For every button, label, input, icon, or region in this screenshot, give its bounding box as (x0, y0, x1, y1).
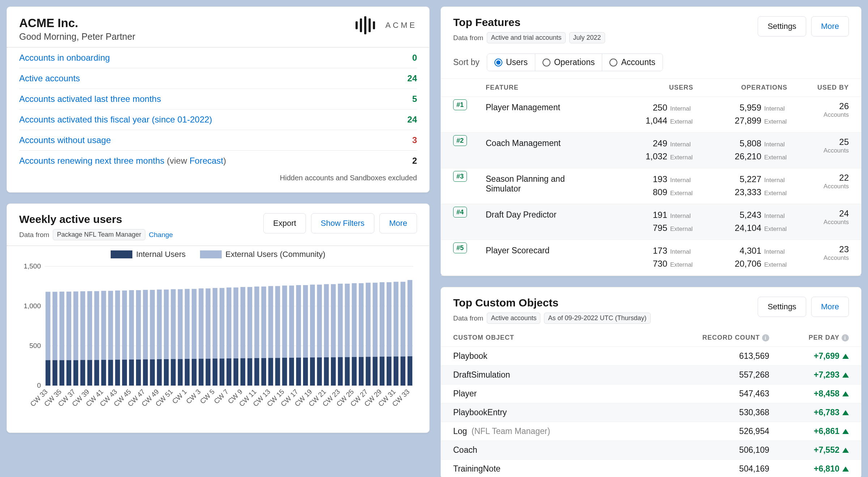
object-row[interactable]: Player 547,463 +8,458 (441, 384, 861, 403)
more-button[interactable]: More (379, 213, 417, 233)
feature-row[interactable]: #4 Draft Day Predictor 191Internal 795Ex… (441, 204, 861, 240)
object-row[interactable]: Playbook 613,569 +7,699 (441, 347, 861, 366)
record-count: 526,954 (661, 426, 769, 436)
top-features-body: #1 Player Management 250Internal 1,044Ex… (441, 97, 861, 276)
rank-badge: #5 (453, 242, 467, 253)
col-per-day: PER DAYi (769, 334, 849, 341)
svg-rect-113 (324, 284, 329, 357)
feature-name: Season Planning and Simulator (486, 173, 599, 194)
svg-text:1,000: 1,000 (24, 302, 41, 310)
svg-rect-96 (275, 286, 280, 358)
object-name: Player (453, 389, 661, 399)
svg-rect-84 (241, 358, 245, 386)
top-custom-objects-card: Top Custom Objects Data from Active acco… (441, 287, 861, 477)
feature-row[interactable]: #3 Season Planning and Simulator 193Inte… (441, 168, 861, 204)
legend-external-label: External Users (Community) (225, 250, 325, 259)
feature-row[interactable]: #2 Coach Management 249Internal 1,032Ext… (441, 133, 861, 168)
forecast-link[interactable]: Forecast (190, 156, 223, 166)
sort-option-users[interactable]: Users (487, 54, 535, 71)
kpi-link[interactable]: Accounts without usage (19, 135, 111, 145)
svg-rect-77 (220, 358, 224, 386)
kpi-link[interactable]: Accounts in onboarding (19, 53, 110, 63)
legend-swatch-external (200, 250, 222, 258)
svg-rect-17 (52, 360, 57, 386)
svg-rect-64 (185, 359, 190, 386)
svg-text:CW 3: CW 3 (184, 388, 202, 405)
svg-rect-16 (52, 292, 57, 360)
object-row[interactable]: TrainingNote 504,169 +6,810 (441, 460, 861, 477)
kpi-row: Accounts renewing next three months (vie… (19, 150, 417, 171)
package-chip: Package NFL Team Manager (53, 229, 145, 240)
svg-rect-131 (373, 283, 377, 357)
kpi-link[interactable]: Accounts activated this fiscal year (sin… (19, 115, 212, 124)
svg-rect-47 (136, 360, 141, 386)
top-features-title: Top Features (453, 16, 605, 29)
svg-rect-128 (366, 283, 370, 357)
svg-rect-68 (199, 288, 203, 358)
svg-rect-63 (185, 289, 190, 359)
svg-rect-62 (178, 359, 183, 386)
kpi-value: 5 (412, 94, 417, 104)
svg-rect-18 (59, 292, 64, 360)
svg-rect-49 (143, 359, 148, 386)
sort-option-operations[interactable]: Operations (535, 54, 603, 71)
record-count: 530,368 (661, 408, 769, 417)
svg-rect-36 (108, 291, 113, 360)
feature-row[interactable]: #5 Player Scorecard 173Internal 730Exter… (441, 240, 861, 276)
object-row[interactable]: Coach 506,109 +7,552 (441, 441, 861, 460)
svg-rect-14 (46, 360, 50, 386)
object-row[interactable]: Log (NFL Team Manager) 526,954 +6,861 (441, 422, 861, 441)
sort-option-accounts[interactable]: Accounts (602, 54, 663, 71)
data-from-label: Data from (453, 314, 483, 322)
object-name: PlaybookEntry (453, 408, 661, 417)
change-link[interactable]: Change (149, 231, 173, 239)
svg-rect-39 (115, 360, 120, 386)
kpi-row: Accounts activated this fiscal year (sin… (19, 109, 417, 130)
svg-rect-132 (373, 357, 377, 386)
more-button[interactable]: More (811, 297, 849, 317)
svg-rect-72 (206, 359, 210, 386)
object-row[interactable]: PlaybookEntry 530,368 +6,783 (441, 403, 861, 422)
svg-rect-86 (247, 287, 252, 358)
up-arrow-icon (842, 467, 849, 472)
svg-rect-78 (226, 288, 231, 358)
object-row[interactable]: DraftSimulation 557,268 +7,293 (441, 366, 861, 384)
export-button[interactable]: Export (263, 213, 306, 233)
kpi-link[interactable]: Accounts renewing next three months (19, 156, 165, 166)
info-icon[interactable]: i (762, 334, 769, 341)
svg-rect-69 (199, 359, 203, 386)
up-arrow-icon (842, 448, 849, 453)
record-count: 557,268 (661, 370, 769, 380)
svg-rect-28 (87, 291, 92, 360)
used-by-col: 24Accounts (787, 209, 849, 226)
svg-rect-38 (115, 291, 120, 360)
settings-button[interactable]: Settings (758, 297, 806, 317)
company-logo: ACME (355, 16, 417, 34)
svg-rect-133 (380, 282, 384, 357)
kpi-link[interactable]: Accounts activated last three months (19, 94, 161, 104)
svg-rect-138 (393, 282, 398, 357)
svg-text:CW 1: CW 1 (171, 388, 188, 405)
svg-rect-22 (67, 360, 71, 386)
svg-rect-27 (80, 360, 85, 386)
feature-row[interactable]: #1 Player Management 250Internal 1,044Ex… (441, 97, 861, 133)
col-used-by: USED BY (787, 84, 849, 91)
svg-rect-59 (171, 359, 175, 386)
kpi-link[interactable]: Active accounts (19, 73, 80, 83)
feature-name: Coach Management (486, 137, 599, 148)
col-custom-object: CUSTOM OBJECT (453, 334, 661, 341)
ops-col: 5,243Internal 24,104External (693, 209, 787, 235)
wau-title: Weekly active users (19, 213, 173, 225)
ops-col: 4,301Internal 20,706External (693, 244, 787, 270)
accounts-chip: Active and trial accounts (487, 32, 565, 43)
settings-button[interactable]: Settings (758, 16, 806, 36)
company-name: ACME Inc. (19, 16, 135, 30)
svg-text:CW 5: CW 5 (199, 388, 216, 405)
svg-rect-89 (254, 358, 259, 386)
object-name: DraftSimulation (453, 370, 661, 380)
show-filters-button[interactable]: Show Filters (311, 213, 374, 233)
per-day-delta: +7,552 (769, 445, 849, 455)
svg-rect-111 (317, 285, 322, 358)
more-button[interactable]: More (811, 16, 849, 36)
info-icon[interactable]: i (842, 334, 849, 341)
